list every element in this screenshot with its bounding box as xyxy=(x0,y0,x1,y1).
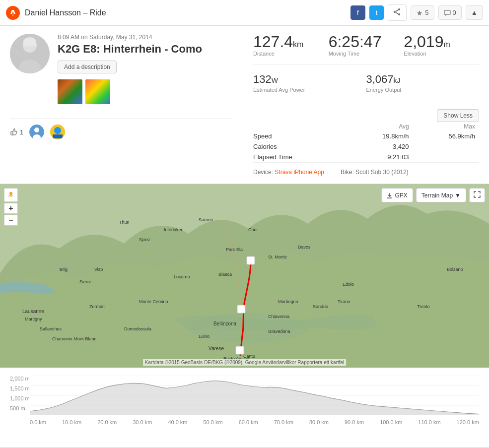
svg-text:Sierre: Sierre xyxy=(79,279,91,284)
svg-text:Lausanne: Lausanne xyxy=(22,309,44,314)
svg-rect-56 xyxy=(237,305,245,313)
calories-label: Calories xyxy=(253,141,347,152)
svg-rect-59 xyxy=(9,195,12,196)
x-label-7: 70.0 km xyxy=(274,419,293,425)
svg-rect-19 xyxy=(53,134,63,138)
device-link[interactable]: Strava iPhone App xyxy=(275,169,324,176)
svg-text:Parc Ela: Parc Ela xyxy=(226,247,243,252)
fullscreen-button[interactable] xyxy=(469,188,485,202)
speed-max: 56.9km/h xyxy=(413,131,479,141)
svg-text:Monte Cervino: Monte Cervino xyxy=(139,299,168,304)
main-content: 8:09 AM on Saturday, May 31, 2014 K2G E8… xyxy=(0,26,489,184)
svg-text:Gravedona: Gravedona xyxy=(268,329,290,334)
svg-text:Chamonix-Mont-Blanc: Chamonix-Mont-Blanc xyxy=(52,336,97,341)
twitter-button[interactable]: t xyxy=(369,5,384,20)
svg-text:Tirano: Tirano xyxy=(338,299,350,304)
power-label: Estimated Avg Power xyxy=(253,87,366,93)
svg-text:Sallanches: Sallanches xyxy=(40,326,62,331)
street-view-button[interactable] xyxy=(4,188,18,202)
stat-power: 132W Estimated Avg Power xyxy=(253,73,366,93)
svg-text:Luino: Luino xyxy=(199,334,210,339)
y-label-0: 2,000 m xyxy=(10,376,30,382)
terrain-map-button[interactable]: Terrain Map ▼ xyxy=(416,188,466,202)
elapsed-label: Elapsed Time xyxy=(253,152,347,162)
x-label-4: 40.0 km xyxy=(168,419,187,425)
svg-point-15 xyxy=(34,128,39,132)
distance-value: 127.4km xyxy=(253,34,329,50)
kudos-button[interactable]: 5 xyxy=(411,5,434,20)
y-label-2: 1,000 m xyxy=(10,395,30,401)
elevation-svg xyxy=(30,376,479,415)
collapse-button[interactable]: ▲ xyxy=(466,5,483,20)
avatar xyxy=(10,34,50,73)
bike-info: Bike: Scott Sub 30 (2012) xyxy=(341,169,409,176)
col-max: Max xyxy=(413,122,479,131)
svg-text:Bolzano: Bolzano xyxy=(447,267,463,272)
svg-rect-7 xyxy=(444,10,450,14)
speed-label: Speed xyxy=(253,131,347,141)
calories-avg: 3,420 xyxy=(347,141,413,152)
svg-point-2 xyxy=(398,8,400,10)
svg-text:Interlaken: Interlaken xyxy=(164,227,184,232)
stat-moving-time: 6:25:47 Moving Time xyxy=(329,34,404,57)
header-actions: f t 5 0 ▲ xyxy=(350,4,483,21)
page-header: Daniel Hansson – Ride f t 5 0 ▲ xyxy=(0,0,489,26)
svg-rect-55 xyxy=(247,256,255,264)
page-title: Daniel Hansson – Ride xyxy=(25,8,350,17)
svg-rect-57 xyxy=(236,346,244,354)
photo-thumb-2[interactable] xyxy=(85,79,110,104)
y-label-3: 500 m xyxy=(10,405,30,411)
svg-point-4 xyxy=(398,13,400,15)
map-top-right-controls: GPX Terrain Map ▼ xyxy=(381,188,485,202)
distance-label: Distance xyxy=(253,51,329,57)
speed-avg: 19.8km/h xyxy=(347,131,413,141)
map-copyright: Kartdata ©2015 GeoBasis-DE/BKG (©2009), … xyxy=(143,359,347,366)
right-panel: 127.4km Distance 6:25:47 Moving Time 2,0… xyxy=(243,26,489,184)
gpx-button[interactable]: GPX xyxy=(381,188,413,202)
photos-row xyxy=(58,79,233,104)
svg-line-6 xyxy=(396,12,398,14)
comment-button[interactable]: 0 xyxy=(438,5,462,20)
svg-text:Sarnen: Sarnen xyxy=(199,217,213,222)
photo-thumb-1[interactable] xyxy=(58,79,82,104)
x-label-3: 30.0 km xyxy=(133,419,152,425)
stats-row-mid: 132W Estimated Avg Power 3,067kJ Energy … xyxy=(253,73,479,101)
kudos-avatar xyxy=(29,125,44,139)
stats-table-wrapper: Show Less Avg Max Speed 19.8km/h 56.9km/… xyxy=(253,109,479,162)
facebook-button[interactable]: f xyxy=(350,5,365,20)
social-row: 1 xyxy=(10,125,233,139)
svg-text:Visp: Visp xyxy=(94,267,103,272)
table-row: Elapsed Time 9:21:03 xyxy=(253,152,479,162)
elevation-label: Elevation xyxy=(404,51,479,57)
map-controls: + − xyxy=(4,188,18,226)
svg-text:Chur: Chur xyxy=(248,227,258,232)
add-description-button[interactable]: Add a description xyxy=(58,61,117,73)
svg-text:Locarno: Locarno xyxy=(174,274,190,279)
col-avg: Avg xyxy=(347,122,413,131)
elevation-value: 2,019m xyxy=(404,34,479,50)
x-label-12: 120.0 km xyxy=(457,419,479,425)
power-value: 132W xyxy=(253,73,366,86)
show-less-button[interactable]: Show Less xyxy=(437,109,479,122)
comment-count: 0 xyxy=(453,9,456,16)
moving-time-label: Moving Time xyxy=(329,51,404,57)
sticker-avatar xyxy=(50,125,65,139)
x-label-8: 80.0 km xyxy=(309,419,329,425)
svg-text:Domodossola: Domodossola xyxy=(124,326,151,331)
share-button[interactable] xyxy=(388,4,407,21)
x-label-10: 100.0 km xyxy=(380,419,402,425)
x-label-0: 0.0 km xyxy=(30,419,46,425)
svg-marker-0 xyxy=(10,10,15,14)
svg-text:Morbegno: Morbegno xyxy=(278,299,298,304)
svg-text:Trento: Trento xyxy=(417,304,430,309)
table-row: Speed 19.8km/h 56.9km/h xyxy=(253,131,479,141)
stat-elevation: 2,019m Elevation xyxy=(404,34,479,57)
map-background: Lausanne Domodossola Varese Cantu Luino … xyxy=(0,184,489,368)
svg-text:Zermatt: Zermatt xyxy=(89,304,105,309)
zoom-out-button[interactable]: − xyxy=(4,215,18,226)
svg-text:Sondrio: Sondrio xyxy=(313,304,328,309)
elevation-x-labels: 0.0 km 10.0 km 20.0 km 30.0 km 40.0 km 5… xyxy=(30,419,479,425)
svg-text:Spiez: Spiez xyxy=(139,237,150,242)
x-label-9: 90.0 km xyxy=(345,419,364,425)
zoom-in-button[interactable]: + xyxy=(4,203,18,214)
